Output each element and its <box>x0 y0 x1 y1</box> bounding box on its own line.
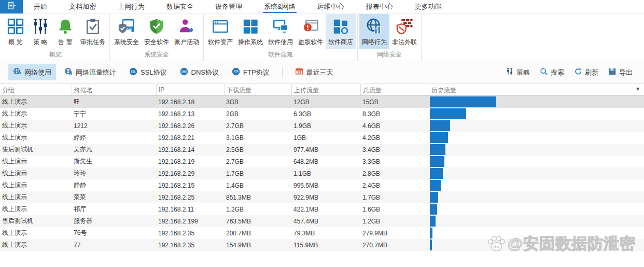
ribbon-button-network-behavior[interactable]: 网络行为 <box>359 14 389 49</box>
cell-terminal-name: 婷婷 <box>72 133 156 142</box>
ribbon-button-label: 网络行为 <box>362 38 387 47</box>
table-row[interactable]: 线上演示祁厅192.168.2.111.2GB422.1MB1.6GB <box>0 203 644 215</box>
cell-terminal-name: 祁厅 <box>72 205 156 214</box>
policy-button[interactable]: 策略 <box>502 65 533 80</box>
ribbon-button-alert[interactable]: 告 警 <box>53 14 78 49</box>
view-tab-label: SSL协议 <box>141 68 167 77</box>
menu-tab-report-center[interactable]: 报表中心 <box>355 0 404 13</box>
ribbon-button-illegal-connection[interactable]: 非法外联 <box>389 14 419 49</box>
column-header-2[interactable]: IP <box>156 84 224 95</box>
table-row[interactable]: 线上演示77192.168.2.35154.9MB115.9MB270.7MB <box>0 239 644 251</box>
ribbon-button-pirated-software[interactable]: 盗版软件 <box>296 14 326 49</box>
app-menu-button[interactable] <box>0 0 23 13</box>
menu-tab-label: 开始 <box>34 2 47 11</box>
table-row[interactable]: 线上演示婷婷192.168.2.213.1GB1GB4.2GB <box>0 132 644 144</box>
cell-history <box>429 203 644 215</box>
table-row[interactable]: 售后测试机服务器192.168.2.199763.5MB457.4MB1.2GB <box>0 215 644 227</box>
cell-history <box>429 132 644 144</box>
table-row[interactable]: 线上演示76号192.168.2.35200.7MB79.3MB279.9MB <box>0 227 644 239</box>
export-button[interactable]: 导出 <box>605 65 636 80</box>
ribbon-button-overview[interactable]: 概 览 <box>3 14 28 49</box>
app-window: 开始文档加密上网行为数据安全设备管理系统&网络运维中心报表中心更多功能 概 览策… <box>0 0 644 267</box>
ribbon-button-approval-tasks[interactable]: 审批任务 <box>78 14 108 49</box>
ftp-protocol-icon: FTP <box>232 67 240 77</box>
cell-history <box>429 227 644 239</box>
ribbon-button-software-usage[interactable]: 软件使用 <box>265 14 296 49</box>
cell-total: 4.2GB <box>360 134 429 142</box>
table-header-row: 分组终端名IP下载流量上传流量总流量历史流量▼ <box>0 84 644 96</box>
pirated-software-icon <box>302 17 319 36</box>
table-row[interactable]: 售后测试机吴亦凡192.168.2.142.5GB977.4MB3.4GB <box>0 144 644 156</box>
cell-group: 线上演示 <box>0 181 72 190</box>
view-tab-label: 网络使用 <box>24 68 51 77</box>
menu-tab-ops-center[interactable]: 运维中心 <box>306 0 355 13</box>
column-header-3[interactable]: 下载流量 <box>224 84 291 95</box>
cell-download: 2.7GB <box>224 158 291 165</box>
menu-tab-more-features[interactable]: 更多功能 <box>404 0 453 13</box>
menu-tab-web-behavior[interactable]: 上网行为 <box>107 0 156 13</box>
sub-toolbar: 网络使用网络流量统计SSLSSL协议DNSDNS协议FTPFTP协议23最近三天… <box>0 61 644 84</box>
overview-icon <box>7 17 24 36</box>
cell-upload: 1.1GB <box>291 170 360 177</box>
menu-tab-data-security[interactable]: 数据安全 <box>156 0 204 13</box>
ribbon-button-software-asset[interactable]: 软件资产 <box>205 14 235 49</box>
date-filter-button[interactable]: 23最近三天 <box>290 64 338 80</box>
ribbon-button-software-store[interactable]: 软件商店 <box>326 14 356 49</box>
table-row[interactable]: 线上演示旺192.168.2.183GB12GB15GB <box>0 96 644 108</box>
action-button-label: 搜索 <box>551 68 564 77</box>
view-tab-ssl-protocol[interactable]: SSLSSL协议 <box>124 64 172 80</box>
cell-upload: 648.2MB <box>291 158 360 165</box>
table-row[interactable]: 线上演示1212192.168.2.262.7GB1.9GB4.6GB <box>0 120 644 132</box>
cell-ip: 192.168.2.29 <box>156 170 224 177</box>
menu-tab-home[interactable]: 开始 <box>23 0 58 13</box>
cell-history <box>429 120 644 132</box>
cell-total: 1.7GB <box>360 194 429 201</box>
date-filter-label: 最近三天 <box>306 68 333 77</box>
table-row[interactable]: 线上演示菜菜192.168.2.25851.3MB922.9MB1.7GB <box>0 191 644 203</box>
ribbon-button-policy[interactable]: 策 略 <box>28 14 53 49</box>
cell-upload: 1GB <box>291 134 360 142</box>
table-row[interactable]: 线上演示宁宁192.168.2.132GB6.3GB8.3GB <box>0 108 644 120</box>
column-header-1[interactable]: 终端名 <box>72 84 156 95</box>
cell-total: 1.6GB <box>360 206 429 213</box>
action-button-label: 刷新 <box>585 68 598 77</box>
ribbon-button-system-security[interactable]: 系统安全 <box>111 14 142 49</box>
app-menu-icon <box>7 1 17 12</box>
cell-total: 8.3GB <box>360 110 429 118</box>
table-row[interactable]: 线上演示静静192.168.2.151.4GB995.5MB2.4GB <box>0 179 644 191</box>
cell-upload: 457.4MB <box>291 218 360 225</box>
menu-tab-doc-encryption[interactable]: 文档加密 <box>58 0 107 13</box>
cell-download: 1.7GB <box>224 170 291 177</box>
cell-group: 线上演示 <box>0 109 72 118</box>
table-row[interactable]: 线上演示斯先生192.168.2.192.7GB648.2MB3.3GB <box>0 156 644 167</box>
view-tab-network-usage[interactable]: 网络使用 <box>8 64 56 80</box>
view-tab-ftp-protocol[interactable]: FTPFTP协议 <box>227 64 274 80</box>
refresh-icon <box>574 67 582 77</box>
cell-terminal-name: 76号 <box>72 229 156 237</box>
column-header-4[interactable]: 上传流量 <box>291 84 360 95</box>
view-tab-traffic-stats[interactable]: 网络流量统计 <box>60 64 121 80</box>
column-header-6[interactable]: 历史流量 <box>429 84 644 95</box>
ribbon-button-security-software[interactable]: 安全软件 <box>142 14 172 49</box>
table-row[interactable]: 线上演示玲玲192.168.2.291.7GB1.1GB2.8GB <box>0 167 644 179</box>
column-header-0[interactable]: 分组 <box>0 84 72 95</box>
menu-tab-system-network[interactable]: 系统&网络 <box>253 0 306 13</box>
table-body: 线上演示旺192.168.2.183GB12GB15GB线上演示宁宁192.16… <box>0 96 644 251</box>
search-button[interactable]: 搜索 <box>537 65 567 80</box>
ribbon-button-operating-system[interactable]: 操作系统 <box>235 14 265 49</box>
cell-upload: 422.1MB <box>291 206 360 213</box>
history-traffic-bar <box>430 240 432 250</box>
view-tab-dns-protocol[interactable]: DNSDNS协议 <box>175 64 223 80</box>
cell-history <box>429 144 644 156</box>
menu-tab-device-management[interactable]: 设备管理 <box>204 0 253 13</box>
cell-upload: 79.3MB <box>291 230 360 237</box>
refresh-button[interactable]: 刷新 <box>571 65 601 80</box>
ribbon-button-account-activity[interactable]: 账户活动 <box>172 14 202 49</box>
software-usage-icon <box>272 17 289 36</box>
history-traffic-bar <box>430 216 436 227</box>
cell-terminal-name: 玲玲 <box>72 169 156 178</box>
menu-tab-label: 报表中心 <box>366 2 393 11</box>
history-traffic-bar <box>430 228 432 238</box>
column-options-icon[interactable]: ▼ <box>635 86 640 92</box>
column-header-5[interactable]: 总流量 <box>360 84 429 95</box>
